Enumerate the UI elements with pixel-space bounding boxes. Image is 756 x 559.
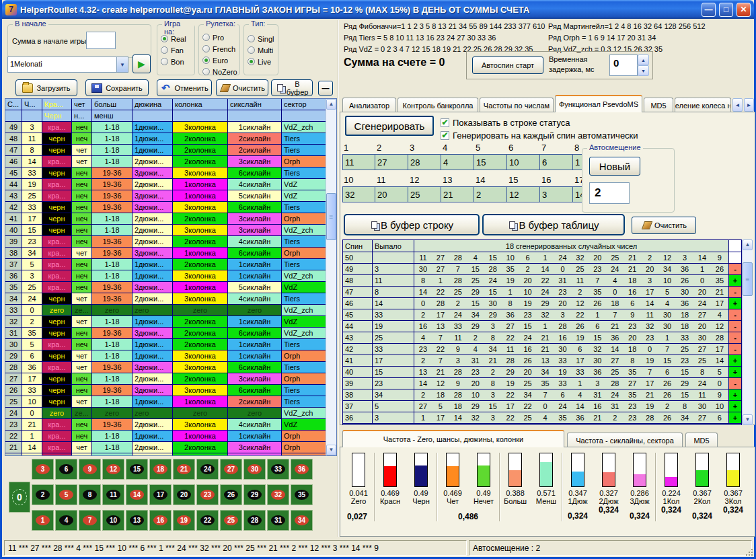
spin-up-icon[interactable]: ▲ bbox=[638, 54, 649, 65]
header-cell[interactable] bbox=[133, 110, 173, 122]
table-row[interactable]: 42332322943411162130632141807252717- bbox=[343, 344, 741, 355]
chevron-down-icon[interactable]: ▼ bbox=[117, 57, 128, 73]
radio-roulette-pro[interactable]: Pro bbox=[202, 32, 237, 43]
board-cell-36[interactable]: 36 bbox=[291, 459, 313, 480]
table-row[interactable]: 2114кра...чет1-182дюжи...2колонка3сиклай… bbox=[5, 442, 326, 453]
radio-type-live[interactable]: Live bbox=[248, 56, 274, 67]
table-row[interactable]: 3834кра...чет19-363дюжи...1колонка6сикла… bbox=[5, 248, 326, 259]
board-cell-28[interactable]: 28 bbox=[243, 510, 266, 531]
tab-scroll-left-icon[interactable]: ◄ bbox=[732, 98, 743, 112]
board-cell-27[interactable]: 27 bbox=[220, 459, 242, 480]
table-row[interactable]: 4325кра...неч19-363дюжи...1колонка5сикла… bbox=[5, 190, 326, 202]
header-cell[interactable]: Спин bbox=[343, 240, 373, 252]
start-sum-input[interactable] bbox=[86, 32, 116, 49]
board-cell-17[interactable]: 17 bbox=[149, 484, 172, 505]
table-row[interactable]: 4117черннеч1-182дюжи...2колонка3сиклайнO… bbox=[5, 213, 326, 225]
board-cell-20[interactable]: 20 bbox=[173, 484, 195, 505]
table-row[interactable]: 221кра...неч1-181дюжи...1колонка1сиклайн… bbox=[5, 431, 326, 442]
table-row[interactable]: 46140282153081929201226186144362417+ bbox=[343, 298, 741, 309]
table-row[interactable]: 411727331212826133317302781915232514+ bbox=[343, 355, 741, 367]
tab-6[interactable]: Деление колеса на bbox=[675, 98, 731, 112]
board-cell-4[interactable]: 4 bbox=[55, 510, 77, 531]
header-cell[interactable]: 18 сгенерированных случайных чисел bbox=[414, 240, 729, 252]
table-row[interactable]: 2836кра...чет19-363дюжи...3колонка6сикла… bbox=[5, 362, 326, 373]
preset-combo[interactable]: 1Melonati ▼ bbox=[7, 57, 128, 73]
table-row[interactable]: 2014кра...чет1-182дюжи...2колонка3сиклай… bbox=[5, 453, 326, 456]
tab-3[interactable]: Частоты по числам bbox=[480, 98, 554, 112]
board-cell-6[interactable]: 6 bbox=[55, 459, 77, 480]
generated-table-scrollbar[interactable]: ▲ ▼ bbox=[742, 239, 753, 425]
tab-5[interactable]: MD5 bbox=[644, 98, 673, 112]
tab-scroll-right-icon[interactable]: ► bbox=[744, 98, 754, 112]
table-row[interactable]: 2633черннеч19-363дюжи...3колонка6сиклайн… bbox=[5, 385, 326, 396]
board-cell-35[interactable]: 35 bbox=[291, 484, 313, 505]
board-cell-2[interactable]: 2 bbox=[32, 484, 54, 505]
header-cell[interactable]: Кра... bbox=[42, 99, 72, 110]
table-row[interactable]: 43254711282224211619153620231333028- bbox=[343, 332, 741, 344]
board-cell-14[interactable]: 14 bbox=[126, 484, 148, 505]
table-row[interactable]: 3525кра...неч19-363дюжи...1колонка5сикла… bbox=[5, 282, 326, 293]
toolbar-button-5[interactable]: В буфер bbox=[271, 79, 313, 96]
table-row[interactable]: 330zeroze...zerozerozerozeroVdZ_zch bbox=[5, 305, 326, 316]
radio-roulette-euro[interactable]: Euro bbox=[202, 54, 237, 66]
board-cell-23[interactable]: 23 bbox=[196, 484, 219, 505]
show-in-status-checkbox[interactable]: ✔ Показывать в строке статуса bbox=[441, 118, 570, 128]
radio-game-bon[interactable]: Bon bbox=[161, 56, 186, 67]
table-row[interactable]: 375кра...неч1-181дюжи...2колонка1сиклайн… bbox=[5, 259, 326, 270]
header-cell[interactable] bbox=[173, 110, 228, 122]
header-cell[interactable] bbox=[5, 110, 22, 122]
board-cell-5[interactable]: 5 bbox=[55, 484, 77, 505]
resize-grip[interactable] bbox=[745, 548, 753, 556]
toolbar-button-2[interactable]: Сохранить bbox=[85, 79, 149, 96]
close-icon[interactable]: ✕ bbox=[736, 3, 751, 17]
board-cell-8[interactable]: 8 bbox=[79, 484, 101, 505]
table-row[interactable]: 39231412920819253533132827172629240- bbox=[343, 378, 741, 389]
header-cell[interactable]: С... bbox=[5, 99, 22, 110]
table-row[interactable]: 4015черннеч1-182дюжи...3колонка3сиклайнV… bbox=[5, 225, 326, 236]
toolbar-button-1[interactable]: Загрузить bbox=[15, 79, 77, 96]
header-cell[interactable]: больш bbox=[92, 99, 133, 110]
board-cell-7[interactable]: 7 bbox=[79, 510, 101, 531]
table-row[interactable]: 305кра...неч1-181дюжи...2колонка1сиклайн… bbox=[5, 339, 326, 350]
table-row[interactable]: 3834218281032234764312435212615119+ bbox=[343, 389, 741, 401]
minimize-icon[interactable]: — bbox=[702, 3, 716, 17]
table-row[interactable]: 47814222529151102423235016175302021- bbox=[343, 287, 741, 298]
header-cell[interactable]: Черн bbox=[42, 110, 72, 122]
board-cell-22[interactable]: 22 bbox=[196, 510, 219, 531]
board-cell-34[interactable]: 34 bbox=[291, 510, 313, 531]
copy-table-button[interactable]: В буфер таблицу bbox=[482, 214, 625, 235]
radio-roulette-nozero[interactable]: NoZero bbox=[202, 66, 237, 77]
scroll-up-icon[interactable]: ▲ bbox=[743, 239, 753, 250]
board-cell-26[interactable]: 26 bbox=[220, 484, 242, 505]
board-cell-10[interactable]: 10 bbox=[102, 510, 124, 531]
generate-each-spin-checkbox[interactable]: ✔ Генерировать на каждый спин автоматиче… bbox=[441, 131, 638, 141]
table-row[interactable]: 478чернчет1-181дюжи...2колонка2сиклайнTi… bbox=[5, 145, 326, 156]
autoshift-value[interactable]: 2 bbox=[589, 182, 630, 204]
autospin-start-button[interactable]: Автоспин старт bbox=[472, 57, 543, 74]
copy-row-button[interactable]: В буфер строку bbox=[344, 214, 480, 235]
tab-2[interactable]: Контроль банкролла bbox=[398, 98, 478, 112]
table-row[interactable]: 2510чернчет1-181дюжи...1колонка2сиклайнT… bbox=[5, 396, 326, 408]
header-cell[interactable]: дюжина bbox=[133, 99, 173, 110]
radio-type-singl[interactable]: Singl bbox=[248, 33, 274, 44]
table-row[interactable]: 50112728415106124322025212123149 bbox=[343, 252, 741, 264]
tab-4[interactable]: Функционал PsevdoMS bbox=[555, 95, 642, 112]
play-button[interactable]: ▶ bbox=[133, 54, 151, 73]
generated-scroll-thumb[interactable] bbox=[743, 262, 753, 296]
header-cell[interactable]: Ч... bbox=[22, 99, 42, 110]
header-cell[interactable]: чет bbox=[72, 99, 92, 110]
header-cell[interactable]: колонка bbox=[173, 99, 228, 110]
header-cell[interactable] bbox=[22, 110, 42, 122]
table-row[interactable]: 240zeroze...zerozerozerozeroVdZ_zch bbox=[5, 408, 326, 419]
table-row[interactable]: 3135черннеч19-363дюжи...2колонка6сиклайн… bbox=[5, 328, 326, 339]
clear-generated-button[interactable]: Очистить bbox=[632, 217, 696, 234]
header-cell[interactable] bbox=[282, 110, 327, 122]
history-scroll-thumb[interactable] bbox=[326, 193, 336, 240]
board-cell-31[interactable]: 31 bbox=[267, 510, 289, 531]
spin-down-icon[interactable]: ▼ bbox=[638, 65, 649, 76]
board-cell-11[interactable]: 11 bbox=[102, 484, 124, 505]
table-row[interactable]: 4614кра...чет1-182дюжи...2колонка3сиклай… bbox=[5, 156, 326, 167]
delay-spinner[interactable]: 0 ▲ ▼ bbox=[609, 54, 649, 76]
table-row[interactable]: 2321кра...неч19-362дюжи...3колонка4сикла… bbox=[5, 419, 326, 431]
table-row[interactable]: 296чернчет1-181дюжи...3колонка1сиклайнOr… bbox=[5, 350, 326, 362]
